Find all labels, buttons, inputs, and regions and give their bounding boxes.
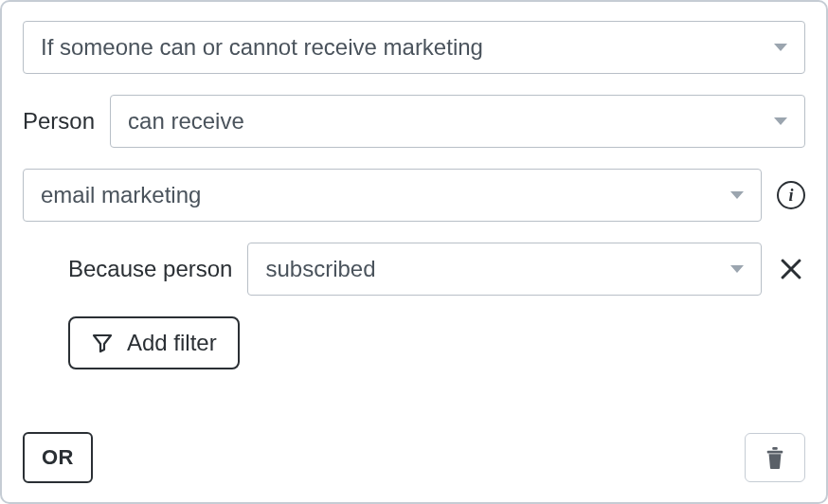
condition-select-value: If someone can or cannot receive marketi… <box>41 34 483 61</box>
filter-builder-panel: If someone can or cannot receive marketi… <box>0 0 828 504</box>
add-filter-button[interactable]: Add filter <box>68 316 240 369</box>
condition-select[interactable]: If someone can or cannot receive marketi… <box>23 21 805 74</box>
bottom-row: OR <box>23 432 805 483</box>
channel-select-value: email marketing <box>41 182 201 208</box>
delete-button[interactable] <box>745 433 805 482</box>
chevron-down-icon <box>730 191 744 199</box>
add-filter-row: Add filter <box>23 316 805 369</box>
reason-select-value: subscribed <box>265 256 375 282</box>
reason-select[interactable]: subscribed <box>247 243 762 296</box>
info-icon[interactable]: i <box>777 181 805 209</box>
filter-icon <box>91 332 114 354</box>
or-button[interactable]: OR <box>23 432 93 483</box>
reason-label: Because person <box>68 256 232 282</box>
person-label: Person <box>23 108 95 135</box>
chevron-down-icon <box>774 117 787 125</box>
person-can-select[interactable]: can receive <box>110 95 805 148</box>
reason-row: Because person subscribed <box>23 243 805 296</box>
svg-rect-1 <box>772 447 778 450</box>
add-filter-label: Add filter <box>127 330 217 356</box>
trash-icon <box>765 445 785 470</box>
or-button-label: OR <box>42 445 74 469</box>
chevron-down-icon <box>730 265 744 273</box>
svg-rect-0 <box>767 451 783 454</box>
person-can-select-value: can receive <box>128 108 244 135</box>
channel-row: email marketing i <box>23 169 805 222</box>
close-icon[interactable] <box>777 255 805 283</box>
channel-select[interactable]: email marketing <box>23 169 762 222</box>
person-row: Person can receive <box>23 95 805 148</box>
chevron-down-icon <box>774 44 787 51</box>
